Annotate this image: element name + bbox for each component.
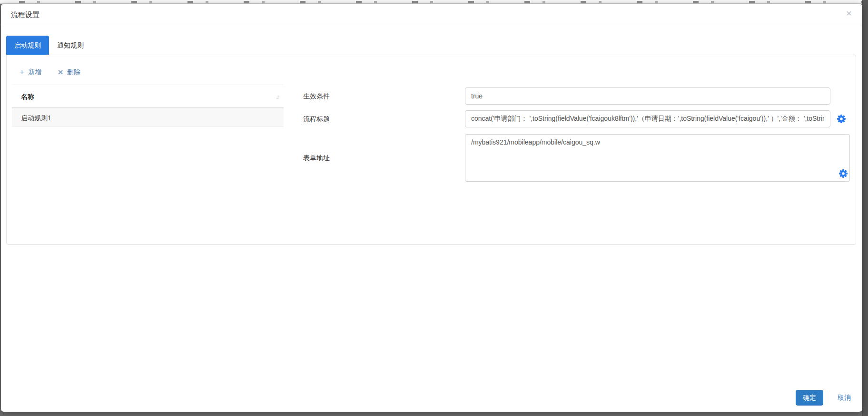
tab-notify-rules[interactable]: 通知规则 <box>49 36 92 55</box>
ok-button[interactable]: 确定 <box>796 390 823 406</box>
add-rule-label: 新增 <box>29 68 42 77</box>
plus-icon: + <box>20 68 25 77</box>
modal-header: 流程设置 × <box>1 4 862 25</box>
condition-label: 生效条件 <box>303 92 330 102</box>
process-settings-modal: 流程设置 × 启动规则 通知规则 + 新增 × 删除 名称 ↓↑ 启动规则1 生… <box>1 4 862 412</box>
address-label: 表单地址 <box>303 154 330 164</box>
table-row[interactable]: 启动规则1 <box>12 109 284 127</box>
condition-input[interactable] <box>465 87 830 105</box>
title-gear-icon[interactable] <box>837 114 846 124</box>
title-label: 流程标题 <box>303 115 330 125</box>
rule-toolbar: + 新增 × 删除 <box>20 64 80 81</box>
cancel-button[interactable]: 取消 <box>838 394 851 402</box>
address-field-wrap: /mybatis921/mobileapp/mobile/caigou_sq.w <box>465 134 850 182</box>
tab-bar: 启动规则 通知规则 <box>6 36 92 55</box>
modal-title: 流程设置 <box>11 4 39 25</box>
title-expression-input[interactable] <box>465 110 830 127</box>
rule-table-header: 名称 ↓↑ <box>12 85 284 108</box>
address-gear-icon[interactable] <box>838 169 848 178</box>
background-page-scrollbar[interactable] <box>862 0 868 416</box>
tab-start-rules[interactable]: 启动规则 <box>6 36 49 55</box>
x-icon: × <box>58 68 63 77</box>
address-textarea[interactable]: /mybatis921/mobileapp/mobile/caigou_sq.w <box>465 134 850 182</box>
sort-icon[interactable]: ↓↑ <box>276 85 279 108</box>
add-rule-button[interactable]: + 新增 <box>20 68 42 77</box>
background-page-toolbar <box>0 0 862 4</box>
close-icon[interactable]: × <box>843 8 855 19</box>
modal-footer: 确定 取消 <box>796 390 851 406</box>
delete-rule-label: 删除 <box>67 68 80 77</box>
rule-name-cell: 启动规则1 <box>21 109 51 127</box>
delete-rule-button[interactable]: × 删除 <box>58 68 80 77</box>
name-column-header[interactable]: 名称 <box>21 85 34 108</box>
tab-content-panel: + 新增 × 删除 名称 ↓↑ 启动规则1 生效条件 流程标题 <box>6 55 856 245</box>
